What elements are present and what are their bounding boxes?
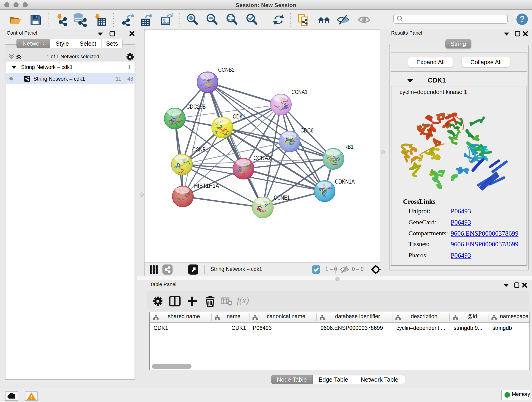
svg-text:CCNE1: CCNE1 — [274, 194, 290, 201]
svg-text:CCNB1: CCNB1 — [192, 146, 208, 153]
svg-text:CDC25B: CDC25B — [186, 103, 206, 110]
svg-text:CDK1: CDK1 — [233, 113, 245, 120]
svg-text:RB1: RB1 — [344, 143, 354, 150]
svg-text:CCNA1: CCNA1 — [291, 89, 307, 95]
svg-text:CCNB2: CCNB2 — [218, 66, 234, 73]
svg-text:CCNA2: CCNA2 — [253, 154, 271, 161]
svg-text:?: ? — [520, 14, 525, 24]
svg-text:HIST1H1A: HIST1H1A — [194, 182, 219, 189]
svg-text:CDC6: CDC6 — [300, 127, 313, 134]
svg-text:CDKN1A: CDKN1A — [335, 178, 355, 185]
